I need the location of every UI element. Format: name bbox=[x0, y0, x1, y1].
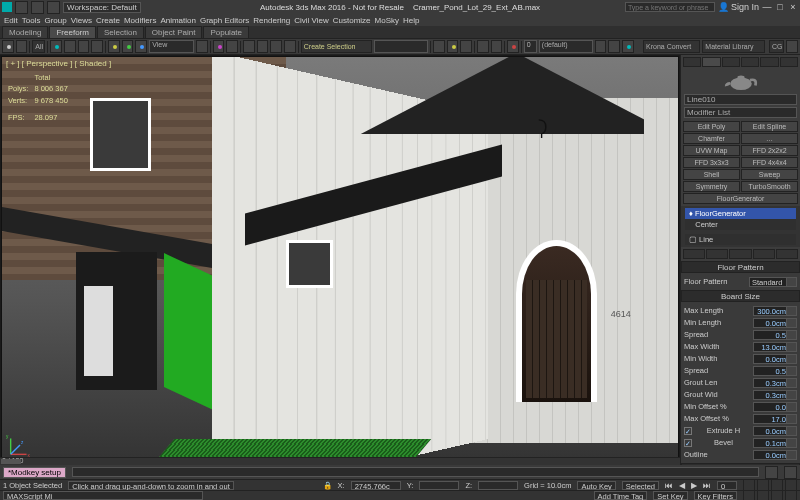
extra-tool-button[interactable] bbox=[786, 40, 798, 53]
floor-pattern-dropdown[interactable]: Standard bbox=[749, 277, 797, 287]
param-checkbox[interactable] bbox=[684, 439, 692, 447]
mod-uvw-map[interactable]: UVW Map bbox=[683, 145, 740, 156]
help-search-input[interactable] bbox=[625, 2, 715, 12]
time-slider[interactable]: 0 / 100 bbox=[0, 457, 680, 465]
tab-modify-icon[interactable] bbox=[702, 57, 720, 67]
mod-turbosmooth[interactable]: TurboSmooth bbox=[741, 181, 798, 192]
play-prev-icon[interactable]: ◀ bbox=[679, 481, 685, 490]
krona-convert-button[interactable]: Krona Convert bbox=[643, 40, 700, 53]
stack-item[interactable]: ♦ FloorGenerator bbox=[685, 208, 796, 219]
modkey-setup-button[interactable]: *Modkey setup bbox=[3, 467, 66, 478]
param-spinner[interactable]: 0.0cm bbox=[753, 354, 797, 364]
play-button-icon[interactable]: ▶ bbox=[691, 481, 697, 490]
walk-button[interactable] bbox=[771, 490, 783, 501]
script-listener-input[interactable]: MAXScript Mi bbox=[3, 491, 203, 500]
material-editor-button[interactable] bbox=[507, 40, 519, 53]
param-spinner[interactable]: 0.1cm bbox=[753, 438, 797, 448]
mod-chamfer[interactable]: Chamfer bbox=[683, 133, 740, 144]
mod-ffd4[interactable]: FFD 4x4x4 bbox=[741, 157, 798, 168]
param-spinner[interactable]: 0.3cm bbox=[753, 378, 797, 388]
rollout-floor-pattern[interactable]: Floor Pattern bbox=[681, 261, 800, 273]
coord-z-input[interactable] bbox=[478, 481, 518, 490]
unique-button[interactable] bbox=[729, 249, 751, 259]
snap-button[interactable] bbox=[243, 40, 255, 53]
minimize-button[interactable]: — bbox=[762, 2, 772, 12]
menu-graph-editors[interactable]: Graph Editors bbox=[200, 16, 249, 25]
time-slider-thumb[interactable] bbox=[1, 459, 21, 464]
rotate-button[interactable] bbox=[122, 40, 134, 53]
menu-customize[interactable]: Customize bbox=[333, 16, 371, 25]
spinner-snap-button[interactable] bbox=[284, 40, 296, 53]
menu-tools[interactable]: Tools bbox=[22, 16, 41, 25]
param-spinner[interactable]: 13.0cm bbox=[753, 342, 797, 352]
mod-shell[interactable]: Shell bbox=[683, 169, 740, 180]
coord-x-input[interactable]: 2745.766c bbox=[351, 481, 401, 490]
tab-hierarchy-icon[interactable] bbox=[722, 57, 740, 67]
move-button[interactable] bbox=[108, 40, 120, 53]
filter-all-dropdown[interactable]: All bbox=[32, 40, 45, 53]
select-rect-button[interactable] bbox=[78, 40, 90, 53]
param-spinner[interactable]: 300.0cm bbox=[753, 306, 797, 316]
select-name-button[interactable] bbox=[64, 40, 76, 53]
menu-views[interactable]: Views bbox=[71, 16, 92, 25]
tab-create-icon[interactable] bbox=[683, 57, 701, 67]
add-time-tag-button[interactable]: Add Time Tag bbox=[594, 491, 648, 500]
key-filters-button[interactable]: Key Filters bbox=[694, 491, 737, 500]
stack-item[interactable]: Center bbox=[685, 219, 796, 230]
frame-input[interactable]: 0 bbox=[717, 481, 737, 490]
mod-sweep[interactable]: Sweep bbox=[741, 169, 798, 180]
menu-modifiers[interactable]: Modifiers bbox=[124, 16, 156, 25]
select-object-button[interactable] bbox=[50, 40, 62, 53]
menu-civil-view[interactable]: Civil View bbox=[294, 16, 329, 25]
angle-snap-button[interactable] bbox=[257, 40, 269, 53]
render-preset-dropdown[interactable]: (default) bbox=[539, 40, 593, 53]
tab-utilities-icon[interactable] bbox=[780, 57, 798, 67]
stack-item[interactable]: ▢ Line bbox=[685, 234, 796, 245]
tab-freeform[interactable]: Freeform bbox=[49, 26, 95, 38]
viewport-perspective[interactable]: [ + ] [ Perspective ] [ Shaded ] Total P… bbox=[1, 56, 679, 464]
renderset-dd[interactable]: 0 bbox=[524, 40, 537, 53]
menu-help[interactable]: Help bbox=[403, 16, 419, 25]
menu-create[interactable]: Create bbox=[96, 16, 120, 25]
prompt-toggle-button[interactable] bbox=[765, 466, 778, 479]
param-spinner[interactable]: 0.0 bbox=[753, 402, 797, 412]
remove-mod-button[interactable] bbox=[753, 249, 775, 259]
align-button[interactable] bbox=[447, 40, 459, 53]
modifier-list-dropdown[interactable]: Modifier List bbox=[684, 107, 797, 118]
menu-group[interactable]: Group bbox=[44, 16, 66, 25]
trackbar[interactable] bbox=[72, 467, 759, 477]
pin-stack-button[interactable] bbox=[683, 249, 705, 259]
play-next-icon[interactable]: ⏭ bbox=[703, 481, 711, 490]
param-spinner[interactable]: 0.5 bbox=[753, 366, 797, 376]
select-link-button[interactable] bbox=[2, 40, 14, 53]
tab-object-paint[interactable]: Object Paint bbox=[145, 26, 203, 38]
fov-button[interactable] bbox=[757, 490, 769, 501]
configure-button[interactable] bbox=[776, 249, 798, 259]
comm-center-button[interactable] bbox=[784, 466, 797, 479]
menu-edit[interactable]: Edit bbox=[4, 16, 18, 25]
unlink-button[interactable] bbox=[16, 40, 28, 53]
sign-in-button[interactable]: 👤 Sign In bbox=[718, 2, 759, 12]
min-max-toggle-button[interactable] bbox=[785, 490, 797, 501]
render-frame-button[interactable] bbox=[608, 40, 620, 53]
refcoord-dropdown[interactable]: View bbox=[149, 40, 194, 53]
create-selection-set-button[interactable]: Create Selection bbox=[301, 40, 372, 53]
tab-display-icon[interactable] bbox=[760, 57, 778, 67]
keymode-button[interactable] bbox=[226, 40, 238, 53]
viewport-label[interactable]: [ + ] [ Perspective ] [ Shaded ] bbox=[6, 59, 111, 68]
named-selection-dropdown[interactable] bbox=[374, 40, 428, 53]
mirror-button[interactable] bbox=[433, 40, 445, 53]
param-checkbox[interactable] bbox=[684, 427, 692, 435]
param-spinner[interactable]: 0.0cm bbox=[753, 318, 797, 328]
mod-symmetry[interactable]: Symmetry bbox=[683, 181, 740, 192]
selected-dropdown[interactable]: Selected bbox=[622, 481, 659, 490]
window-crossing-button[interactable] bbox=[91, 40, 103, 53]
param-spinner[interactable]: 0.3cm bbox=[753, 390, 797, 400]
mod-ffd3[interactable]: FFD 3x3x3 bbox=[683, 157, 740, 168]
play-back-icon[interactable]: ⏮ bbox=[665, 481, 673, 490]
object-name-input[interactable] bbox=[684, 94, 797, 105]
tab-motion-icon[interactable] bbox=[741, 57, 759, 67]
lock-icon[interactable]: 🔒 bbox=[323, 481, 332, 490]
layer-button[interactable] bbox=[460, 40, 472, 53]
param-spinner[interactable]: 0.0cm bbox=[753, 426, 797, 436]
